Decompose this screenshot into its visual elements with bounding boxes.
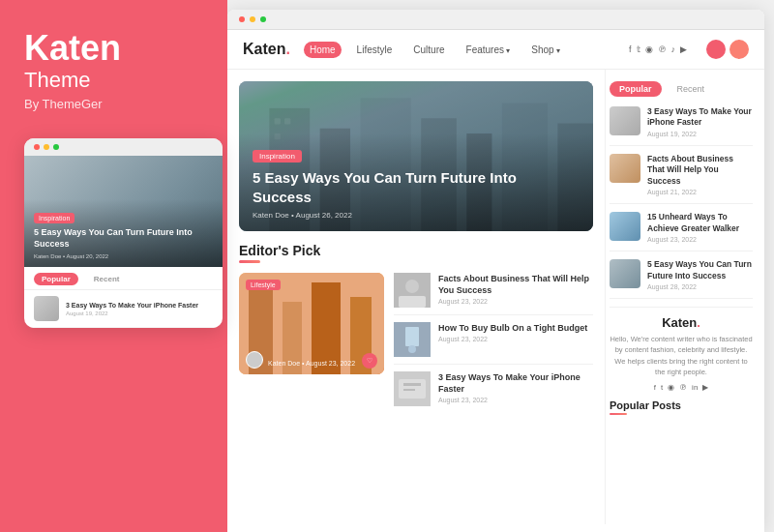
- mobile-tab-recent[interactable]: Recent: [86, 273, 128, 285]
- editor-article-2-content: How To Buy Bulb On a Tight Budget August…: [438, 322, 587, 342]
- sidebar-post-1-date: August 19, 2022: [647, 131, 753, 137]
- svg-point-17: [405, 280, 419, 293]
- dot-green: [53, 144, 59, 150]
- sidebar-post-img-4: [610, 259, 640, 288]
- mobile-post-image: [34, 296, 59, 321]
- mobile-post-date: August 19, 2022: [66, 310, 198, 316]
- about-logo-dot: .: [697, 315, 700, 330]
- editor-article-3-title: 3 Easy Ways To Make Your iPhone Faster: [438, 371, 593, 395]
- sidebar-tab-recent[interactable]: Recent: [668, 81, 715, 97]
- svg-rect-9: [284, 118, 290, 124]
- hero-meta: Katen Doe • August 26, 2022: [253, 211, 580, 220]
- nav-item-home[interactable]: Home: [304, 42, 342, 58]
- sidebar-post-1[interactable]: 3 Easy Ways To Make Your iPhone Faster A…: [610, 106, 753, 146]
- pi-icon[interactable]: ℗: [658, 44, 667, 54]
- sidebar-popular-heading: Popular Posts: [610, 399, 753, 411]
- dot-red: [34, 144, 40, 150]
- blog-sidebar: Popular Recent 3 Easy Ways To Make Your …: [605, 70, 764, 524]
- sidebar-post-2-title: Facts About Business That Will Help You …: [647, 154, 753, 187]
- yt-icon[interactable]: ▶: [680, 44, 687, 54]
- mobile-tab-popular[interactable]: Popular: [34, 273, 78, 285]
- editor-article-img-3: [394, 371, 431, 406]
- editor-big-card[interactable]: Lifestyle Katen Doe • August 23, 2022 ♡: [239, 273, 384, 374]
- sidebar-post-3-date: August 23, 2022: [647, 236, 753, 243]
- browser-topbar: [227, 10, 764, 30]
- browser-dot-red: [239, 16, 245, 22]
- tw-icon[interactable]: 𝕥: [637, 44, 640, 54]
- about-yt-icon[interactable]: ▶: [702, 383, 708, 392]
- sidebar-about-logo: Katen.: [610, 315, 753, 330]
- editor-article-3-date: August 23, 2022: [438, 397, 593, 403]
- sidebar-post-4-title: 5 Easy Ways You Can Turn Future Into Suc…: [647, 259, 753, 281]
- editor-article-2-title: How To Buy Bulb On a Tight Budget: [438, 322, 587, 334]
- editors-section: Editor's Pick Lifestyle: [239, 243, 593, 413]
- svg-rect-24: [403, 383, 421, 386]
- sidebar-about-social: f t ◉ ℗ in ▶: [610, 383, 753, 392]
- dot-yellow: [44, 144, 49, 150]
- editor-article-img-2: [394, 322, 431, 357]
- sidebar-post-1-title: 3 Easy Ways To Make Your iPhone Faster: [647, 106, 753, 129]
- hero-title: 5 Easy Ways You Can Turn Future Into Suc…: [253, 168, 523, 206]
- editor-article-1[interactable]: Facts About Business That Will Help You …: [394, 273, 593, 315]
- ig-icon[interactable]: ◉: [645, 44, 653, 54]
- browser-window: Katen. Home Lifestyle Culture Features S…: [227, 10, 764, 532]
- sidebar-post-1-content: 3 Easy Ways To Make Your iPhone Faster A…: [647, 106, 753, 137]
- about-in-icon[interactable]: in: [692, 383, 698, 392]
- svg-rect-8: [275, 118, 281, 124]
- sidebar-post-3[interactable]: 15 Unheard Ways To Achieve Greater Walke…: [610, 212, 753, 251]
- hero-overlay: Inspiration 5 Easy Ways You Can Turn Fut…: [239, 133, 593, 231]
- nav-item-culture[interactable]: Culture: [407, 42, 450, 58]
- nav-item-lifestyle[interactable]: Lifestyle: [351, 42, 399, 58]
- left-panel: Katen Theme By ThemeGer Inspiration 5 Ea…: [0, 0, 227, 532]
- tk-icon[interactable]: ♪: [671, 44, 676, 54]
- nav-avatars: [706, 40, 749, 59]
- sidebar-post-img-2: [610, 154, 640, 183]
- svg-rect-20: [405, 327, 419, 346]
- nav-item-shop[interactable]: Shop: [525, 42, 566, 58]
- sidebar-post-2[interactable]: Facts About Business That Will Help You …: [610, 154, 753, 204]
- brand-by: By ThemeGer: [24, 97, 203, 111]
- editor-card-meta: Katen Doe • August 23, 2022: [268, 360, 355, 367]
- sidebar-post-img-1: [610, 106, 640, 135]
- nav-items: Home Lifestyle Culture Features Shop: [304, 42, 615, 58]
- mobile-post-title: 3 Easy Ways To Make Your iPhone Faster: [66, 301, 198, 310]
- hero-article[interactable]: Inspiration 5 Easy Ways You Can Turn Fut…: [239, 81, 593, 231]
- sidebar-popular-underline: [610, 413, 627, 415]
- nav-social: f 𝕥 ◉ ℗ ♪ ▶: [629, 44, 687, 54]
- brand-name: Katen: [24, 29, 203, 68]
- browser-dot-yellow: [250, 16, 255, 22]
- mobile-tabs: Popular Recent: [24, 267, 223, 290]
- editor-article-2[interactable]: How To Buy Bulb On a Tight Budget August…: [394, 322, 593, 365]
- blog-logo: Katen.: [243, 41, 290, 58]
- about-fb-icon[interactable]: f: [654, 383, 656, 392]
- sidebar-tab-popular[interactable]: Popular: [610, 81, 662, 97]
- editor-article-2-date: August 23, 2022: [438, 336, 587, 342]
- nav-avatar-1: [706, 40, 726, 59]
- svg-rect-18: [399, 296, 426, 308]
- editors-underline: [239, 260, 260, 263]
- mobile-post-content: 3 Easy Ways To Make Your iPhone Faster A…: [66, 301, 198, 316]
- mobile-tag: Inspiration: [34, 213, 74, 223]
- hero-tag: Inspiration: [253, 150, 302, 163]
- nav-avatar-2: [729, 40, 749, 59]
- editor-article-3[interactable]: 3 Easy Ways To Make Your iPhone Faster A…: [394, 371, 593, 413]
- sidebar-post-4[interactable]: 5 Easy Ways You Can Turn Future Into Suc…: [610, 259, 753, 299]
- sidebar-post-3-content: 15 Unheard Ways To Achieve Greater Walke…: [647, 212, 753, 243]
- sidebar-about-text: Hello, We're content writer who is fasci…: [610, 334, 753, 377]
- mobile-post-card: 3 Easy Ways To Make Your iPhone Faster A…: [24, 290, 223, 328]
- nav-item-features[interactable]: Features: [461, 42, 517, 58]
- about-tw-icon[interactable]: t: [661, 383, 663, 392]
- mobile-preview: Inspiration 5 Easy Ways You Can Turn Fut…: [24, 138, 223, 328]
- right-panel: Katen. Home Lifestyle Culture Features S…: [227, 0, 774, 532]
- about-ig-icon[interactable]: ◉: [668, 383, 674, 392]
- browser-dot-green: [260, 16, 266, 22]
- mobile-hero-image: Inspiration 5 Easy Ways You Can Turn Fut…: [24, 156, 223, 267]
- editor-article-img-1: [394, 273, 431, 308]
- svg-point-21: [408, 345, 416, 353]
- editor-card-tag: Lifestyle: [246, 280, 281, 290]
- about-pi-icon[interactable]: ℗: [679, 383, 687, 392]
- sidebar-post-4-date: August 28, 2022: [647, 283, 753, 290]
- editor-card-avatar: [246, 351, 263, 369]
- fb-icon[interactable]: f: [629, 44, 632, 54]
- mobile-hero-overlay: Inspiration 5 Easy Ways You Can Turn Fut…: [24, 199, 223, 266]
